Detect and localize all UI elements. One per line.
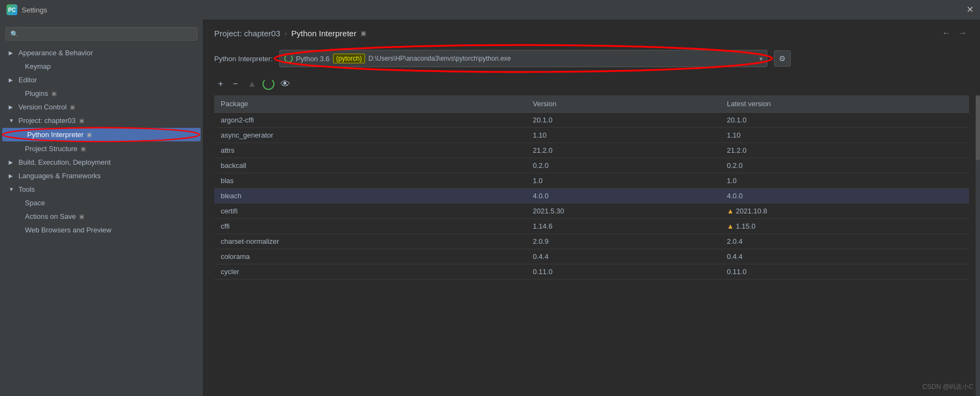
sidebar-item-keymap[interactable]: Keymap: [0, 60, 203, 73]
breadcrumb-bar: Project: chapter03 › Python Interpreter …: [203, 20, 980, 44]
sidebar-item-tools[interactable]: ▼ Tools: [0, 183, 203, 196]
breadcrumb-separator: ›: [285, 29, 287, 37]
search-icon: 🔍: [10, 30, 18, 38]
sidebar-item-project-structure[interactable]: Project Structure ▣: [0, 142, 203, 155]
table-row[interactable]: charset-normalizer2.0.92.0.4: [214, 234, 969, 249]
package-version: 1.14.6: [527, 219, 721, 234]
package-latest-version: 1.0: [720, 173, 969, 189]
show-all-button[interactable]: 👁: [277, 77, 294, 91]
scrollbar-thumb[interactable]: [976, 95, 980, 160]
up-package-button[interactable]: ▲: [244, 77, 260, 90]
sidebar-item-label: Plugins: [25, 89, 48, 98]
breadcrumb-project: Project: chapter03: [214, 29, 280, 38]
db-icon: ▣: [79, 118, 84, 124]
interpreter-selector[interactable]: Python 3.6 (pytorch) D:\Users\HP\anacond…: [279, 50, 767, 67]
package-latest-version: 4.0.0: [720, 189, 969, 204]
package-version: 0.11.0: [527, 264, 721, 280]
pytorch-badge: (pytorch): [333, 54, 365, 63]
sidebar-item-project[interactable]: ▼ Project: chapter03 ▣: [0, 114, 203, 127]
table-row[interactable]: blas1.01.0: [214, 173, 969, 189]
table-row[interactable]: bleach4.0.04.0.0: [214, 189, 969, 204]
sidebar-item-languages[interactable]: ▶ Languages & Frameworks: [0, 169, 203, 183]
content-area: Project: chapter03 › Python Interpreter …: [203, 20, 980, 396]
sidebar-item-build[interactable]: ▶ Build, Execution, Deployment: [0, 155, 203, 169]
packages-toolbar: + − ▲ 👁: [203, 75, 980, 95]
package-name: certifi: [214, 204, 527, 219]
col-latest: Latest version: [720, 95, 969, 113]
search-input[interactable]: [22, 30, 193, 38]
chevron-down-icon: ▼: [9, 118, 15, 124]
sidebar-item-editor[interactable]: ▶ Editor: [0, 73, 203, 87]
package-name: attrs: [214, 143, 527, 158]
sidebar-item-label: Build, Execution, Deployment: [18, 158, 111, 166]
scrollbar-track[interactable]: [976, 95, 980, 396]
package-version: 2.0.9: [527, 234, 721, 249]
package-latest-version: 21.2.0: [720, 143, 969, 158]
gear-button[interactable]: ⚙: [774, 50, 791, 67]
package-version: 1.0: [527, 173, 721, 189]
package-latest-version: 1.10: [720, 128, 969, 143]
sidebar-item-web-browsers[interactable]: Web Browsers and Preview: [0, 223, 203, 237]
close-button[interactable]: ✕: [966, 5, 973, 14]
app-icon: PC: [7, 4, 17, 15]
sidebar-item-label: Editor: [18, 76, 37, 84]
sidebar-item-label: Version Control: [18, 103, 67, 111]
packages-table-container: Package Version Latest version argon2-cf…: [203, 95, 980, 396]
package-name: backcall: [214, 158, 527, 173]
db-icon: ▣: [87, 132, 92, 138]
sidebar-item-label: Project: chapter03: [18, 116, 76, 125]
chevron-right-icon: ▶: [9, 104, 15, 110]
table-row[interactable]: cycler0.11.00.11.0: [214, 264, 969, 280]
package-latest-version: ▲ 1.15.0: [720, 219, 969, 234]
title-bar: PC Settings ✕: [0, 0, 980, 20]
chevron-right-icon: ▶: [9, 173, 15, 179]
db-icon: ▣: [79, 213, 84, 219]
upgrade-arrow-icon: ▲: [727, 222, 735, 230]
package-latest-version: 0.11.0: [720, 264, 969, 280]
sidebar: 🔍 ▶ Appearance & Behavior Keymap ▶ Edito…: [0, 20, 203, 396]
db-icon: ▣: [81, 146, 86, 152]
package-latest-version: 20.1.0: [720, 113, 969, 128]
package-name: charset-normalizer: [214, 234, 527, 249]
package-name: blas: [214, 173, 527, 189]
sidebar-item-plugins[interactable]: Plugins ▣: [0, 87, 203, 100]
sidebar-item-appearance[interactable]: ▶ Appearance & Behavior: [0, 46, 203, 60]
add-package-button[interactable]: +: [214, 77, 227, 90]
package-version: 1.10: [527, 128, 721, 143]
python-version: Python 3.6: [296, 55, 330, 63]
table-row[interactable]: async_generator1.101.10: [214, 128, 969, 143]
package-name: async_generator: [214, 128, 527, 143]
forward-button[interactable]: →: [956, 27, 969, 39]
sidebar-item-label: Languages & Frameworks: [18, 172, 101, 180]
table-row[interactable]: attrs21.2.021.2.0: [214, 143, 969, 158]
nav-arrows: ← →: [940, 27, 969, 39]
upgrade-arrow-icon: ▲: [727, 207, 735, 215]
table-row[interactable]: cffi1.14.6▲ 1.15.0: [214, 219, 969, 234]
sidebar-item-label: Tools: [18, 185, 35, 193]
table-row[interactable]: colorama0.4.40.4.4: [214, 249, 969, 264]
package-name: cycler: [214, 264, 527, 280]
chevron-right-icon: ▶: [9, 77, 15, 83]
col-version: Version: [527, 95, 721, 113]
table-row[interactable]: certifi2021.5.30▲ 2021.10.8: [214, 204, 969, 219]
sidebar-item-space[interactable]: Space: [0, 196, 203, 210]
interpreter-path: D:\Users\HP\anaconda3\envs\pytorch\pytho…: [368, 55, 511, 62]
refresh-packages-button[interactable]: [262, 78, 274, 90]
remove-package-button[interactable]: −: [229, 77, 241, 90]
sidebar-item-python-interpreter[interactable]: Python Interpreter ▣: [2, 128, 201, 141]
sidebar-item-label: Actions on Save: [25, 212, 76, 220]
packages-table: Package Version Latest version argon2-cf…: [214, 95, 969, 280]
search-box[interactable]: 🔍: [5, 27, 197, 41]
table-row[interactable]: argon2-cffi20.1.020.1.0: [214, 113, 969, 128]
table-row[interactable]: backcall0.2.00.2.0: [214, 158, 969, 173]
sidebar-item-version-control[interactable]: ▶ Version Control ▣: [0, 100, 203, 114]
chevron-right-icon: ▶: [9, 159, 15, 165]
package-version: 21.2.0: [527, 143, 721, 158]
sidebar-item-actions-on-save[interactable]: Actions on Save ▣: [0, 210, 203, 223]
back-button[interactable]: ←: [940, 27, 953, 39]
refresh-spinner-icon: [284, 54, 293, 63]
package-version: 2021.5.30: [527, 204, 721, 219]
package-name: cffi: [214, 219, 527, 234]
package-name: argon2-cffi: [214, 113, 527, 128]
watermark: CSDN @码农小C: [923, 382, 973, 392]
